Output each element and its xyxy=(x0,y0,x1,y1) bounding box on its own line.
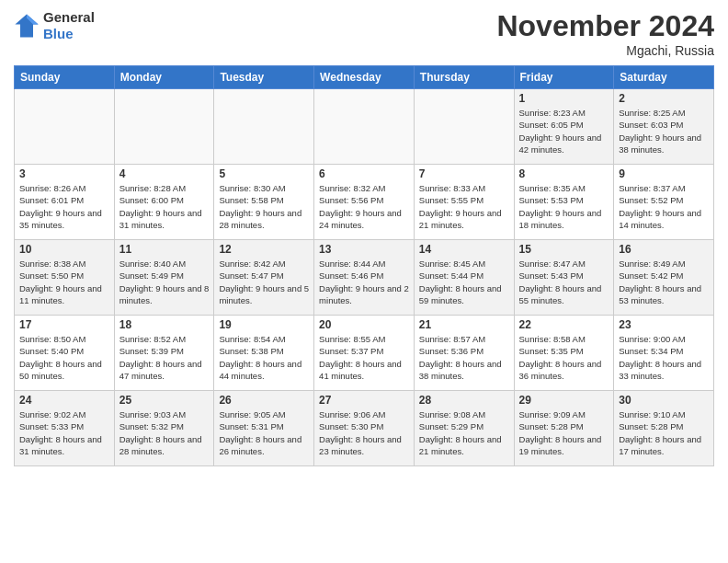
calendar-cell: 14Sunrise: 8:45 AMSunset: 5:44 PMDayligh… xyxy=(414,240,514,316)
calendar-cell: 3Sunrise: 8:26 AMSunset: 6:01 PMDaylight… xyxy=(15,165,115,240)
calendar-cell: 13Sunrise: 8:44 AMSunset: 5:46 PMDayligh… xyxy=(314,240,415,316)
day-info: Daylight: 9 hours and 28 minutes. xyxy=(219,207,309,232)
col-tuesday: Tuesday xyxy=(214,66,314,89)
day-info: Daylight: 8 hours and 33 minutes. xyxy=(619,358,709,383)
day-info: Daylight: 9 hours and 2 minutes. xyxy=(319,282,409,307)
calendar-cell xyxy=(214,89,314,165)
day-info: Sunrise: 8:28 AM xyxy=(119,182,210,194)
calendar-cell: 6Sunrise: 8:32 AMSunset: 5:56 PMDaylight… xyxy=(314,165,415,240)
day-number: 2 xyxy=(619,92,709,105)
col-saturday: Saturday xyxy=(614,66,714,89)
day-info: Sunset: 5:39 PM xyxy=(119,345,210,357)
calendar-cell: 1Sunrise: 8:23 AMSunset: 6:05 PMDaylight… xyxy=(514,89,614,165)
day-info: Sunrise: 8:57 AM xyxy=(419,333,509,345)
day-info: Sunrise: 8:54 AM xyxy=(219,333,309,345)
calendar-cell: 26Sunrise: 9:05 AMSunset: 5:31 PMDayligh… xyxy=(214,391,314,466)
day-info: Daylight: 8 hours and 53 minutes. xyxy=(619,282,709,307)
day-info: Sunset: 5:28 PM xyxy=(519,420,609,432)
day-info: Daylight: 8 hours and 28 minutes. xyxy=(119,433,210,458)
calendar-cell: 19Sunrise: 8:54 AMSunset: 5:38 PMDayligh… xyxy=(214,316,314,391)
day-info: Daylight: 8 hours and 31 minutes. xyxy=(19,433,109,458)
day-info: Sunset: 5:28 PM xyxy=(619,420,709,432)
calendar-cell: 7Sunrise: 8:33 AMSunset: 5:55 PMDaylight… xyxy=(414,165,514,240)
day-info: Daylight: 9 hours and 35 minutes. xyxy=(19,207,109,232)
day-info: Sunset: 5:47 PM xyxy=(219,270,309,282)
day-info: Sunset: 5:35 PM xyxy=(519,345,609,357)
day-info: Sunrise: 8:33 AM xyxy=(419,182,509,194)
calendar-cell: 28Sunrise: 9:08 AMSunset: 5:29 PMDayligh… xyxy=(414,391,514,466)
day-number: 9 xyxy=(619,167,709,180)
day-info: Daylight: 9 hours and 38 minutes. xyxy=(619,132,709,156)
day-number: 20 xyxy=(319,318,409,331)
day-number: 7 xyxy=(419,167,509,180)
day-number: 6 xyxy=(319,167,409,180)
day-info: Sunset: 5:31 PM xyxy=(219,420,309,432)
day-info: Daylight: 8 hours and 19 minutes. xyxy=(519,433,609,458)
day-number: 19 xyxy=(219,318,309,331)
day-info: Sunset: 5:46 PM xyxy=(319,270,409,282)
day-number: 28 xyxy=(419,394,509,407)
day-info: Sunrise: 8:52 AM xyxy=(119,333,210,345)
calendar-header-row: Sunday Monday Tuesday Wednesday Thursday… xyxy=(15,66,714,89)
day-info: Sunrise: 8:25 AM xyxy=(619,107,709,119)
day-number: 29 xyxy=(519,394,609,407)
day-info: Sunset: 5:56 PM xyxy=(319,194,409,206)
col-friday: Friday xyxy=(514,66,614,89)
calendar-cell: 23Sunrise: 9:00 AMSunset: 5:34 PMDayligh… xyxy=(614,316,714,391)
day-info: Sunrise: 8:44 AM xyxy=(319,258,409,270)
day-info: Sunrise: 8:30 AM xyxy=(219,182,309,194)
day-info: Sunrise: 9:10 AM xyxy=(619,408,709,420)
calendar-cell: 15Sunrise: 8:47 AMSunset: 5:43 PMDayligh… xyxy=(514,240,614,316)
day-number: 30 xyxy=(619,394,709,407)
day-number: 10 xyxy=(19,243,109,256)
day-info: Sunrise: 8:37 AM xyxy=(619,182,709,194)
day-info: Sunset: 6:01 PM xyxy=(19,194,109,206)
day-info: Sunrise: 8:40 AM xyxy=(119,258,210,270)
calendar-cell: 16Sunrise: 8:49 AMSunset: 5:42 PMDayligh… xyxy=(614,240,714,316)
day-info: Sunrise: 9:08 AM xyxy=(419,408,509,420)
day-info: Sunset: 5:37 PM xyxy=(319,345,409,357)
logo-text: General Blue xyxy=(43,9,95,42)
day-info: Sunset: 5:49 PM xyxy=(119,270,210,282)
day-info: Sunrise: 8:49 AM xyxy=(619,258,709,270)
logo: General Blue xyxy=(14,9,95,42)
day-number: 21 xyxy=(419,318,509,331)
day-info: Daylight: 8 hours and 50 minutes. xyxy=(19,358,109,383)
day-number: 13 xyxy=(319,243,409,256)
day-info: Sunrise: 9:00 AM xyxy=(619,333,709,345)
day-info: Sunset: 5:52 PM xyxy=(619,194,709,206)
col-thursday: Thursday xyxy=(414,66,514,89)
day-info: Sunset: 5:36 PM xyxy=(419,345,509,357)
day-info: Sunset: 5:50 PM xyxy=(19,270,109,282)
day-info: Daylight: 8 hours and 59 minutes. xyxy=(419,282,509,307)
day-number: 12 xyxy=(219,243,309,256)
day-info: Sunset: 5:44 PM xyxy=(419,270,509,282)
day-info: Daylight: 9 hours and 31 minutes. xyxy=(119,207,210,232)
calendar-cell: 25Sunrise: 9:03 AMSunset: 5:32 PMDayligh… xyxy=(114,391,214,466)
day-info: Daylight: 8 hours and 41 minutes. xyxy=(319,358,409,383)
day-info: Sunrise: 8:50 AM xyxy=(19,333,109,345)
month-title: November 2024 xyxy=(496,9,714,43)
calendar-cell: 30Sunrise: 9:10 AMSunset: 5:28 PMDayligh… xyxy=(614,391,714,466)
day-info: Daylight: 9 hours and 5 minutes. xyxy=(219,282,309,307)
day-info: Daylight: 8 hours and 21 minutes. xyxy=(419,433,509,458)
calendar-cell: 2Sunrise: 8:25 AMSunset: 6:03 PMDaylight… xyxy=(614,89,714,165)
calendar-cell xyxy=(15,89,115,165)
day-number: 14 xyxy=(419,243,509,256)
calendar-cell: 4Sunrise: 8:28 AMSunset: 6:00 PMDaylight… xyxy=(114,165,214,240)
day-number: 3 xyxy=(19,167,109,180)
col-monday: Monday xyxy=(114,66,214,89)
day-info: Sunset: 5:53 PM xyxy=(519,194,609,206)
day-info: Sunrise: 9:02 AM xyxy=(19,408,109,420)
calendar-week-3: 17Sunrise: 8:50 AMSunset: 5:40 PMDayligh… xyxy=(15,316,714,391)
day-number: 15 xyxy=(519,243,609,256)
day-info: Daylight: 8 hours and 38 minutes. xyxy=(419,358,509,383)
day-number: 8 xyxy=(519,167,609,180)
day-info: Sunrise: 8:26 AM xyxy=(19,182,109,194)
day-info: Sunset: 5:40 PM xyxy=(19,345,109,357)
day-info: Daylight: 9 hours and 24 minutes. xyxy=(319,207,409,232)
calendar-cell: 24Sunrise: 9:02 AMSunset: 5:33 PMDayligh… xyxy=(15,391,115,466)
calendar-cell: 21Sunrise: 8:57 AMSunset: 5:36 PMDayligh… xyxy=(414,316,514,391)
calendar-cell: 29Sunrise: 9:09 AMSunset: 5:28 PMDayligh… xyxy=(514,391,614,466)
calendar-cell: 20Sunrise: 8:55 AMSunset: 5:37 PMDayligh… xyxy=(314,316,415,391)
